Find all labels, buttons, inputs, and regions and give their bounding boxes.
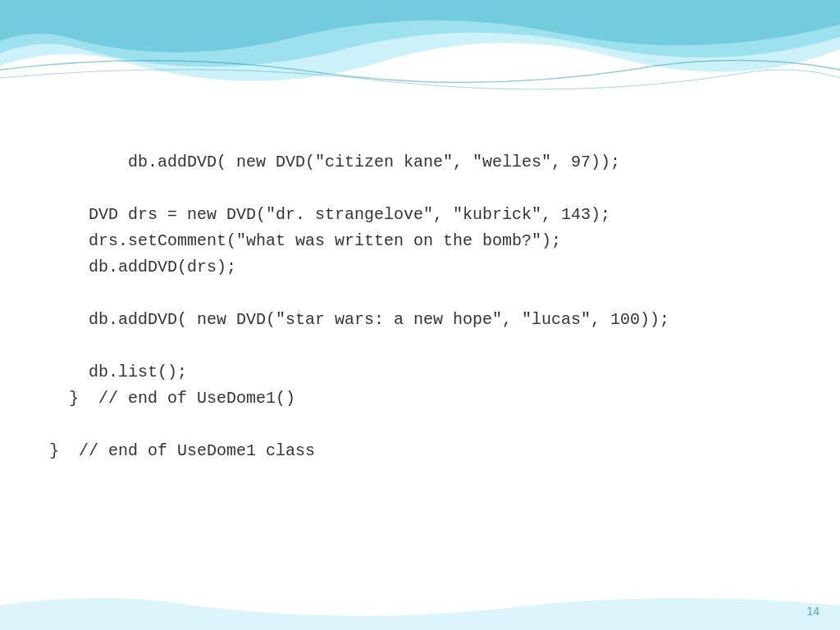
page-number: 14 (806, 605, 819, 618)
main-content: db.addDVD( new DVD("citizen kane", "well… (49, 123, 791, 581)
code-line-7: } // end of UseDome1() (49, 389, 295, 408)
code-block: db.addDVD( new DVD("citizen kane", "well… (49, 123, 791, 491)
code-line-4: db.addDVD(drs); (49, 258, 236, 276)
code-line-8: } // end of UseDome1 class (49, 441, 315, 460)
code-line-6: db.list(); (49, 363, 187, 381)
code-line-blank-4 (49, 415, 59, 434)
bottom-wave-decoration (0, 589, 840, 630)
top-wave-decoration (0, 0, 840, 107)
code-line-2: DVD drs = new DVD("dr. strangelove", "ku… (49, 205, 610, 224)
code-line-blank-3 (49, 336, 59, 355)
code-line-5: db.addDVD( new DVD("star wars: a new hop… (49, 310, 669, 329)
code-line-3: drs.setComment("what was written on the … (49, 231, 561, 250)
code-line-blank-2 (49, 284, 59, 303)
code-line-1: db.addDVD( new DVD("citizen kane", "well… (89, 153, 620, 171)
code-line-blank-1 (49, 179, 59, 198)
